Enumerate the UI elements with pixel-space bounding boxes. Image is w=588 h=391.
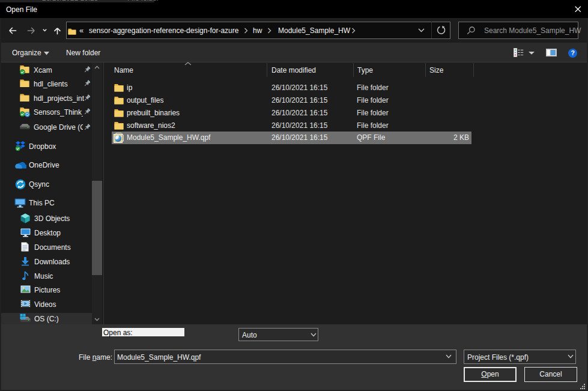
svg-text:?: ? <box>571 49 574 56</box>
